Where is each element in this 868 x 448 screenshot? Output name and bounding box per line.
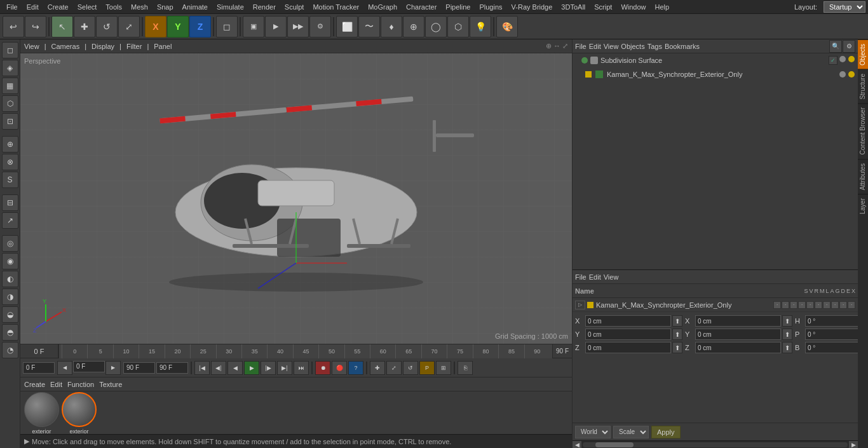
- material-item-1[interactable]: exterior: [24, 392, 59, 435]
- obj-menu-view[interactable]: View: [604, 43, 619, 50]
- axis-lock-button[interactable]: ⊗: [2, 154, 18, 170]
- menu-edit[interactable]: Edit: [23, 2, 43, 12]
- menu-tools[interactable]: Tools: [102, 2, 126, 12]
- object-mode-button[interactable]: ◻: [216, 16, 238, 37]
- menu-mograph[interactable]: MoGraph: [364, 2, 401, 12]
- spline-button[interactable]: 〜: [358, 16, 380, 37]
- menu-pipeline[interactable]: Pipeline: [442, 2, 474, 12]
- prev-keyframe-button[interactable]: ◀|: [211, 361, 226, 375]
- next-keyframe-button[interactable]: |▶: [261, 361, 276, 375]
- rotate-key-button[interactable]: ↺: [403, 361, 418, 375]
- menu-file[interactable]: File: [3, 2, 22, 12]
- menu-simulate[interactable]: Simulate: [213, 2, 248, 12]
- coord-y-size-input[interactable]: [695, 329, 781, 340]
- scroll-left-arrow[interactable]: ◀: [573, 441, 581, 449]
- obj-menu-edit[interactable]: Edit: [589, 43, 601, 50]
- mat-menu-edit[interactable]: Edit: [50, 381, 62, 388]
- scale-dropdown[interactable]: Scale: [613, 426, 649, 438]
- obj-settings-icon[interactable]: ⚙: [843, 40, 855, 53]
- edge-mode-button[interactable]: ⬡: [2, 95, 18, 112]
- obj-menu-file[interactable]: File: [575, 43, 587, 50]
- coord-sx-arrow[interactable]: ⬆: [782, 315, 792, 327]
- point-mode-button[interactable]: ⊡: [2, 113, 18, 130]
- play-backward-button[interactable]: ◀: [227, 361, 243, 375]
- end-frame-input[interactable]: [123, 362, 155, 374]
- help-button[interactable]: ?: [348, 361, 363, 375]
- attr-menu-view[interactable]: View: [604, 273, 619, 281]
- model-mode-button[interactable]: ◻: [2, 42, 18, 58]
- prev-frame-btn[interactable]: ◀: [57, 361, 72, 375]
- menu-motion-tracker[interactable]: Motion Tracker: [309, 2, 363, 12]
- menu-character[interactable]: Character: [402, 2, 440, 12]
- menu-sculpt[interactable]: Sculpt: [281, 2, 308, 12]
- menu-render[interactable]: Render: [249, 2, 280, 12]
- solo-mode-button[interactable]: S: [2, 172, 18, 188]
- attributes-scrollbar[interactable]: ◀ ▶: [573, 440, 858, 448]
- next-frame-btn[interactable]: ▶: [105, 361, 121, 375]
- layout-dropdown[interactable]: Startup: [824, 1, 865, 13]
- world-dropdown[interactable]: World: [575, 426, 611, 438]
- menu-mesh[interactable]: Mesh: [127, 2, 152, 12]
- coord-y-pos-input[interactable]: [585, 329, 671, 340]
- polygon-mode-button[interactable]: ▦: [2, 78, 18, 94]
- material-button[interactable]: 🎨: [496, 16, 518, 37]
- obj-menu-objects[interactable]: Objects: [621, 43, 644, 50]
- snap-mode-button[interactable]: ⊕: [2, 136, 18, 153]
- coord-z-pos-input[interactable]: [585, 342, 671, 353]
- apply-button[interactable]: Apply: [651, 426, 681, 438]
- attr-menu-file[interactable]: File: [575, 273, 587, 281]
- sculpt-btn-7[interactable]: ◔: [2, 342, 18, 358]
- obj-menu-bookmarks[interactable]: Bookmarks: [665, 43, 700, 50]
- viewport[interactable]: Perspective: [20, 53, 572, 344]
- record-all-button[interactable]: ⏭: [294, 361, 309, 375]
- rotate-tool-button[interactable]: ↺: [96, 16, 118, 37]
- menu-create[interactable]: Create: [44, 2, 72, 12]
- coord-x-pos-input[interactable]: [585, 315, 671, 327]
- play-forward-button[interactable]: ▶: [244, 361, 259, 375]
- live-select-button[interactable]: ↗: [2, 212, 18, 229]
- current-frame-input[interactable]: [73, 361, 105, 372]
- camera-button[interactable]: ⬡: [447, 16, 469, 37]
- sculpt-btn-1[interactable]: ◎: [2, 235, 18, 252]
- light-button[interactable]: 💡: [470, 16, 491, 37]
- obj-row-kaman[interactable]: Kaman_K_Max_Synchropter_Exterior_Only: [573, 67, 858, 81]
- scroll-thumb[interactable]: [595, 442, 634, 447]
- side-tab-layer[interactable]: Layer: [858, 194, 868, 218]
- go-to-start-button[interactable]: |◀: [194, 361, 210, 375]
- scroll-track[interactable]: [583, 442, 848, 447]
- menu-window[interactable]: Window: [617, 2, 649, 12]
- move-tool-button[interactable]: ✚: [74, 16, 95, 37]
- attr-kaman-row[interactable]: ▷ Kaman_K_Max_Synchropter_Exterior_Only …: [573, 298, 858, 312]
- coord-z-arrow[interactable]: ⬆: [672, 342, 682, 353]
- render-to-po-button[interactable]: ▶▶: [287, 16, 309, 37]
- x-axis-button[interactable]: X: [145, 16, 166, 37]
- sculpt-btn-3[interactable]: ◐: [2, 271, 18, 287]
- deformer-button[interactable]: ⊕: [403, 16, 424, 37]
- render-settings-button[interactable]: ⚙: [309, 16, 331, 37]
- texture-mode-button[interactable]: ◈: [2, 60, 18, 76]
- timeline-button[interactable]: ⎘: [458, 361, 473, 375]
- scale-key-button[interactable]: ⤢: [386, 361, 402, 375]
- side-tab-content-browser[interactable]: Content Browser: [858, 103, 868, 158]
- sculpt-btn-2[interactable]: ◉: [2, 253, 18, 269]
- sculpt-btn-6[interactable]: ◓: [2, 324, 18, 341]
- record-button[interactable]: ⏺: [315, 361, 330, 375]
- menu-plugins[interactable]: Plugins: [475, 2, 506, 12]
- side-tab-objects[interactable]: Objects: [858, 39, 868, 69]
- coord-z-size-input[interactable]: [695, 342, 781, 353]
- mat-menu-function[interactable]: Function: [67, 381, 94, 388]
- menu-script[interactable]: Script: [590, 2, 616, 12]
- menu-vray[interactable]: V-Ray Bridge: [508, 2, 557, 12]
- material-item-2[interactable]: exterior: [62, 392, 97, 435]
- menu-3dtoall[interactable]: 3DToAll: [557, 2, 589, 12]
- undo-button[interactable]: ↩: [3, 16, 24, 37]
- sculpt-btn-4[interactable]: ◑: [2, 288, 18, 305]
- side-tab-attributes[interactable]: Attributes: [858, 159, 868, 194]
- sculpt-btn-5[interactable]: ◒: [2, 306, 18, 323]
- y-axis-button[interactable]: Y: [167, 16, 189, 37]
- menu-select[interactable]: Select: [74, 2, 101, 12]
- cube-button[interactable]: ⬜: [336, 16, 358, 37]
- select-tool-button[interactable]: ↖: [51, 16, 73, 37]
- vp-menu-panel[interactable]: Panel: [154, 43, 172, 50]
- all-key-button[interactable]: ⊞: [436, 361, 451, 375]
